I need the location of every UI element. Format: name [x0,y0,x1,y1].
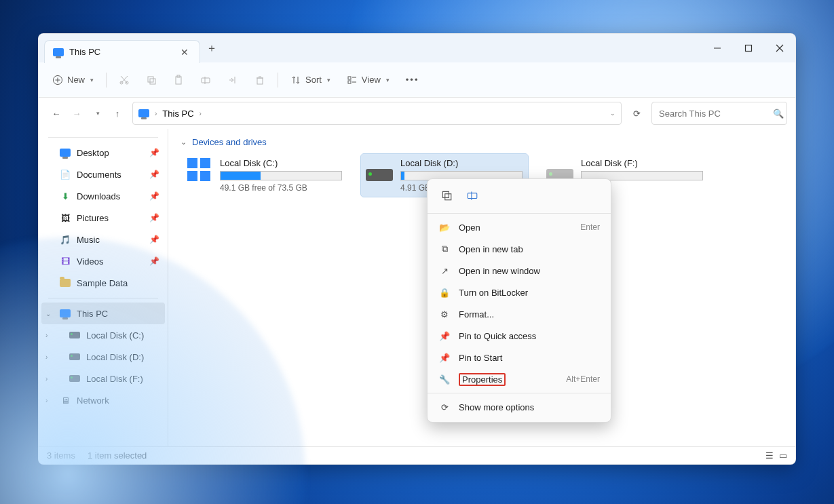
context-menu: 📂OpenEnter ⧉Open in new tab ↗Open in new… [427,178,611,423]
sidebar-item-drive-f[interactable]: ›Local Disk (F:) [41,368,165,389]
search-box[interactable]: 🔍 [651,102,787,125]
sidebar-item-music[interactable]: 🎵Music📌 [41,229,165,250]
close-button[interactable] [764,34,795,62]
pin-icon: 📌 [149,170,159,179]
svg-rect-17 [257,78,263,84]
sidebar-item-videos[interactable]: 🎞Videos📌 [41,250,165,272]
breadcrumb[interactable]: This PC [162,109,193,119]
sort-icon [290,75,301,85]
sidebar-item-drive-d[interactable]: ›Local Disk (D:) [41,346,165,368]
group-header-devices[interactable]: ⌄ Devices and drives [181,137,783,147]
ctx-show-more-options[interactable]: ⟳Show more options [428,396,611,418]
paste-button[interactable] [166,69,191,92]
chevron-right-icon: › [155,110,157,117]
network-icon: 🖥 [59,395,71,406]
forward-button[interactable]: → [67,104,86,123]
open-window-icon: ↗ [438,266,451,276]
pictures-icon: 🖼 [59,212,71,223]
share-icon [227,75,238,85]
chevron-right-icon[interactable]: › [45,353,48,361]
sidebar-item-pictures[interactable]: 🖼Pictures📌 [41,207,165,229]
sidebar-item-documents[interactable]: 📄Documents📌 [41,163,165,185]
status-bar: 3 items 1 item selected ☰ ▭ [39,446,795,464]
lock-icon: 🔒 [438,288,451,298]
plus-circle-icon [52,75,63,85]
drive-icon [69,373,81,384]
more-button[interactable]: ••• [399,69,426,92]
sidebar-item-downloads[interactable]: ⬇Downloads📌 [41,185,165,207]
navigation-row: ← → ▾ ↑ › This PC › ⌄ ⟳ 🔍 [39,98,795,129]
up-button[interactable]: ↑ [108,104,127,123]
ctx-copy-button[interactable] [438,187,455,203]
pin-icon: 📌 [149,256,159,266]
drive-icon [69,330,81,341]
sidebar-item-drive-c[interactable]: ›Local Disk (C:) [41,324,165,346]
sidebar-item-network[interactable]: ›🖥Network [41,389,165,411]
ctx-rename-button[interactable] [464,187,480,203]
copy-button[interactable] [139,69,164,92]
file-explorer-window: This PC ✕ ＋ New▾ Sort▾ View▾ ••• ← → [38,33,796,465]
share-button[interactable] [221,69,245,92]
cut-icon [119,75,130,85]
minimize-button[interactable] [702,34,733,62]
view-button[interactable]: View▾ [340,69,396,92]
drive-item-c[interactable]: Local Disk (C:) 49.1 GB free of 73.5 GB [181,154,347,197]
svg-rect-11 [148,77,153,82]
sort-button[interactable]: Sort▾ [284,69,337,92]
svg-rect-12 [150,79,155,84]
recent-locations-button[interactable]: ▾ [88,104,107,123]
svg-rect-26 [468,193,477,199]
pin-icon: 📌 [149,213,159,222]
maximize-button[interactable] [733,34,764,62]
pin-icon: 📌 [438,331,451,341]
drive-label: Local Disk (D:) [400,158,524,168]
chevron-right-icon[interactable]: › [45,332,48,339]
new-tab-button[interactable]: ＋ [200,41,223,56]
address-bar[interactable]: › This PC › ⌄ [132,102,622,125]
sidebar-item-sample-data[interactable]: Sample Data [41,272,165,294]
back-button[interactable]: ← [47,104,66,123]
svg-rect-13 [176,77,181,84]
tiles-view-button[interactable]: ▭ [779,450,787,461]
ctx-format[interactable]: ⚙Format... [428,303,611,325]
sidebar-item-this-pc[interactable]: ⌄This PC [41,303,165,324]
ctx-properties[interactable]: 🔧PropertiesAlt+Enter [428,368,611,390]
desktop-icon [59,147,71,158]
new-button[interactable]: New▾ [45,69,100,92]
command-bar: New▾ Sort▾ View▾ ••• [39,62,795,98]
pin-icon: 📌 [149,148,159,157]
search-input[interactable] [659,109,773,119]
sidebar-item-desktop[interactable]: Desktop📌 [41,142,165,163]
ctx-bitlocker[interactable]: 🔒Turn on BitLocker [428,282,611,303]
documents-icon: 📄 [59,169,71,180]
navigation-pane: Desktop📌 📄Documents📌 ⬇Downloads📌 🖼Pictur… [39,129,168,446]
details-view-button[interactable]: ☰ [765,450,774,461]
rename-button[interactable] [193,69,218,92]
chevron-right-icon[interactable]: › [45,375,48,383]
chevron-right-icon[interactable]: › [45,397,48,404]
ctx-open-new-window[interactable]: ↗Open in new window [428,260,611,282]
ctx-open-new-tab[interactable]: ⧉Open in new tab [428,238,611,260]
paste-icon [173,75,184,85]
tab-title: This PC [69,47,172,57]
drive-icon [69,351,81,362]
drive-usage-text: 49.1 GB free of 73.5 GB [220,183,343,193]
drive-icon [546,158,574,181]
close-tab-icon[interactable]: ✕ [178,47,191,58]
ctx-open[interactable]: 📂OpenEnter [428,216,611,238]
chevron-down-icon: ⌄ [181,138,187,147]
usage-bar [220,171,342,180]
titlebar: This PC ✕ ＋ [39,34,795,62]
refresh-button[interactable]: ⟳ [627,104,646,123]
ctx-pin-start[interactable]: 📌Pin to Start [428,347,611,368]
cut-button[interactable] [112,69,136,92]
chevron-right-icon: › [200,110,202,117]
tab-this-pc[interactable]: This PC ✕ [44,40,200,63]
window-controls [702,34,795,62]
folder-icon [59,277,71,288]
ctx-pin-quick-access[interactable]: 📌Pin to Quick access [428,325,611,347]
chevron-down-icon[interactable]: ⌄ [610,110,615,117]
drive-label: Local Disk (C:) [220,158,343,168]
chevron-down-icon[interactable]: ⌄ [45,310,51,317]
delete-button[interactable] [248,69,272,92]
